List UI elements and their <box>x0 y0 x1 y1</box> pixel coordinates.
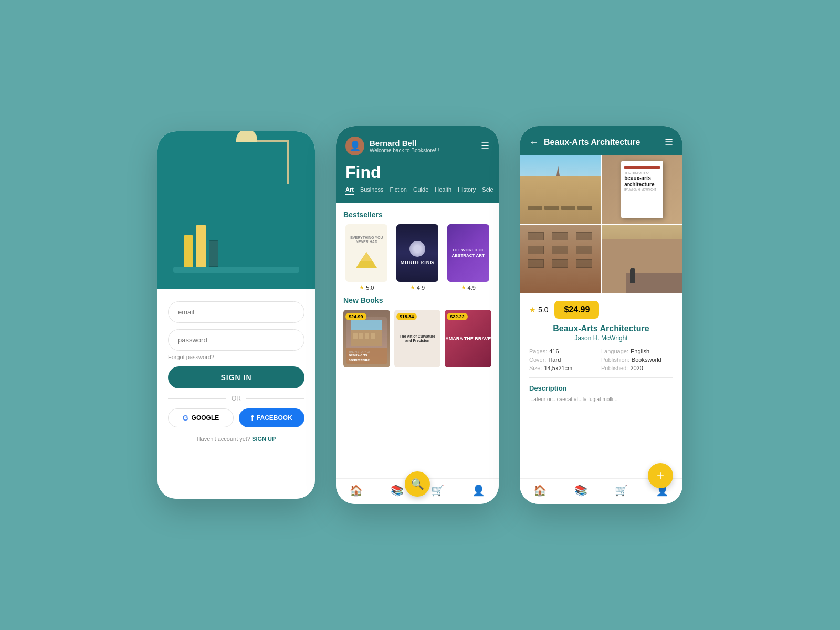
home-icon[interactable]: 🏠 <box>533 484 547 497</box>
book-card-murdering[interactable]: MURDERING ★ 4.9 <box>394 224 441 291</box>
spec-pages-val: 416 <box>549 348 559 354</box>
cat-tab-history[interactable]: History <box>458 186 476 195</box>
moon-icon <box>410 241 425 257</box>
detail-rating: ★ 5.0 <box>529 306 548 314</box>
svg-rect-4 <box>359 333 363 339</box>
book-image-4 <box>602 225 683 293</box>
rating-value: 4.9 <box>468 285 476 291</box>
book-cover-everything: EVERYTHING YOU NEVER HAD <box>345 224 387 282</box>
svg-rect-5 <box>365 333 369 339</box>
search-area: Find Art Business Fiction Guide Health H… <box>336 163 499 203</box>
book-card-everything[interactable]: EVERYTHING YOU NEVER HAD ★ 5.0 <box>343 224 390 291</box>
login-illustration <box>158 131 315 289</box>
price-badge: $22.22 <box>447 313 468 320</box>
svg-rect-3 <box>353 333 358 339</box>
church-photo <box>520 155 601 224</box>
book-cover-murdering: MURDERING <box>396 224 438 282</box>
detail-title-row: ← Beaux-Arts Architecture <box>529 137 640 148</box>
price-button[interactable]: $24.99 <box>554 301 599 319</box>
menu-icon[interactable]: ☰ <box>481 140 489 152</box>
google-login-button[interactable]: G GOOGLE <box>168 408 234 427</box>
google-label: GOOGLE <box>192 414 219 422</box>
cart-icon[interactable]: 🛒 <box>431 484 444 497</box>
star-icon: ★ <box>461 284 466 291</box>
svg-marker-1 <box>361 252 372 261</box>
bestsellers-row: EVERYTHING YOU NEVER HAD ★ 5.0 <box>343 224 491 291</box>
detail-specs: Pages: 416 Language: English Cover: Hard… <box>529 348 673 378</box>
back-button[interactable]: ← <box>529 137 539 148</box>
mountain-icon <box>353 249 380 270</box>
lamp-decoration <box>287 142 289 184</box>
book-title-text: EVERYTHING YOU NEVER HAD <box>350 236 383 245</box>
cat-tab-health[interactable]: Health <box>435 186 452 195</box>
home-icon[interactable]: 🏠 <box>350 484 363 497</box>
book-cover-abstract: THE WORLD OF ABSTRACT ART <box>447 224 489 282</box>
cat-tab-guide[interactable]: Guide <box>413 186 428 195</box>
cover-author: BY JASON H. MCWRIGHT <box>624 188 660 191</box>
spec-size: Size: 14,5x21cm <box>529 365 601 371</box>
browse-content: Bestsellers EVERYTHING YOU NEVER HAD ★ 5… <box>336 203 499 478</box>
social-login-buttons: G GOOGLE f FACEBOOK <box>168 408 304 427</box>
user-name: Bernard Bell <box>370 139 439 148</box>
signup-link[interactable]: SIGN UP <box>252 436 276 442</box>
detail-page-title: Beaux-Arts Architecture <box>544 138 640 147</box>
new-books-row: $24.99 THE HISTORY OF <box>343 310 491 368</box>
facebook-login-button[interactable]: f FACEBOOK <box>239 408 304 427</box>
amara-title: AMARA THE BRAVE <box>445 336 491 342</box>
forgot-password-link[interactable]: Forgot password? <box>168 354 304 360</box>
menu-icon[interactable]: ☰ <box>665 136 673 148</box>
spec-published: Published: 2020 <box>601 365 673 371</box>
detail-book-author: Jason H. McWright <box>529 334 673 342</box>
price-badge: $18.34 <box>396 313 417 320</box>
detail-screen: ← Beaux-Arts Architecture ☰ <box>520 126 682 504</box>
detail-info: ★ 5.0 $24.99 Beaux-Arts Architecture Jas… <box>520 293 682 411</box>
spec-cover: Cover: Hard <box>529 356 601 363</box>
bottom-nav: 🏠 📚 🔍 🛒 👤 <box>336 478 499 504</box>
cover-title: beaux-arts architecture <box>624 175 660 188</box>
star-icon: ★ <box>410 284 415 291</box>
user-details: Bernard Bell Welcome back to Bookstore!!… <box>370 139 439 153</box>
library-icon[interactable]: 📚 <box>574 484 587 497</box>
add-to-cart-button[interactable]: + <box>648 463 673 478</box>
spec-lang-val: English <box>631 348 649 354</box>
new-book-card-amara[interactable]: $22.22 AMARA THE BRAVE <box>445 310 491 368</box>
category-tabs: Art Business Fiction Guide Health Histor… <box>345 186 489 195</box>
spec-size-val: 14,5x21cm <box>544 365 572 371</box>
password-input[interactable] <box>168 329 304 351</box>
rating-value: 4.9 <box>417 285 425 291</box>
svg-rect-7 <box>351 320 382 330</box>
new-book-card-curvature[interactable]: $18.34 The Art of Curvature and Precisio… <box>394 310 441 368</box>
cart-icon[interactable]: 🛒 <box>615 484 628 497</box>
search-fab-button[interactable]: 🔍 <box>405 471 430 497</box>
book-cover-cell: THE HISTORY OF beaux-arts architecture B… <box>602 155 683 224</box>
new-book-card-beaux[interactable]: $24.99 THE HISTORY OF <box>343 310 390 368</box>
detail-content: THE HISTORY OF beaux-arts architecture B… <box>520 155 682 478</box>
book-rating: ★ 4.9 <box>461 284 476 291</box>
spec-pages: Pages: 416 <box>529 348 601 354</box>
cat-tab-sci[interactable]: Scie <box>482 186 493 195</box>
book-decoration <box>209 240 218 267</box>
street-photo <box>602 225 683 293</box>
book-cover-overlay: THE HISTORY OF beaux-arts architecture B… <box>621 161 663 218</box>
spec-cover-val: Hard <box>548 356 561 363</box>
book-rating: ★ 5.0 <box>359 284 374 291</box>
book-card-abstract[interactable]: THE WORLD OF ABSTRACT ART ★ 4.9 <box>445 224 491 291</box>
cat-tab-fiction[interactable]: Fiction <box>390 186 407 195</box>
email-input[interactable] <box>168 301 304 323</box>
murdering-title: MURDERING <box>401 260 435 265</box>
profile-icon[interactable]: 👤 <box>472 484 485 497</box>
spec-pub-val: Booksworld <box>632 356 662 363</box>
star-icon: ★ <box>359 284 364 291</box>
facebook-icon: f <box>251 414 254 422</box>
rating-value: 5.0 <box>366 285 374 291</box>
cover-bar <box>624 166 660 169</box>
book-image-3 <box>520 225 601 293</box>
welcome-text: Welcome back to Bookstore!!! <box>370 148 439 153</box>
cat-tab-art[interactable]: Art <box>345 186 354 195</box>
library-icon[interactable]: 📚 <box>391 484 404 497</box>
browse-screen: 👤 Bernard Bell Welcome back to Bookstore… <box>336 126 499 504</box>
spec-pub-year-val: 2020 <box>630 365 643 371</box>
building-photo <box>520 225 601 293</box>
cat-tab-business[interactable]: Business <box>360 186 384 195</box>
sign-in-button[interactable]: SIGN IN <box>168 366 304 388</box>
